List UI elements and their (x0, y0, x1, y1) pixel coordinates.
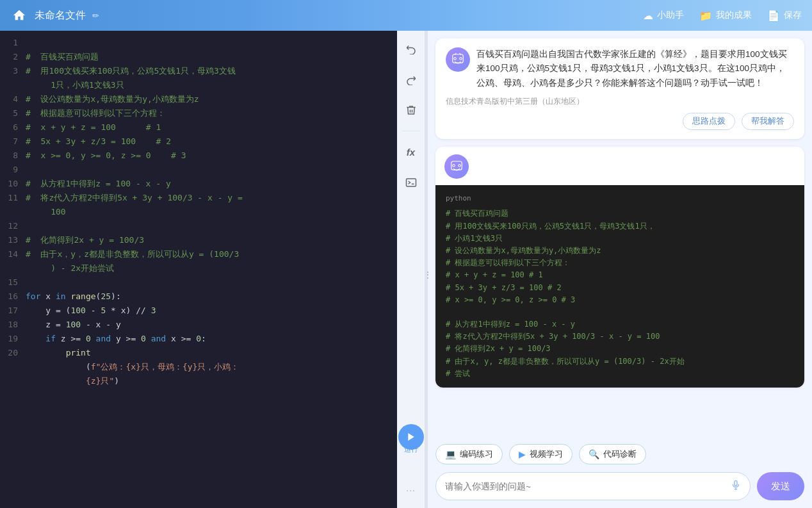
chat-text-1: 百钱买百鸡问题出自我国古代数学家张丘建的《算经》，题目要求用100文钱买来100… (476, 47, 794, 90)
video-tab[interactable]: ▶ 视频学习 (509, 444, 572, 464)
diagnosis-label: 代码诊断 (603, 448, 637, 460)
avatar-1 (446, 47, 470, 72)
diagnosis-tab[interactable]: 🔍 代码诊断 (579, 444, 646, 464)
diagnosis-icon: 🔍 (589, 449, 599, 459)
code-line: y = (100 - 5 * x) // 3 (26, 304, 397, 318)
svg-point-6 (460, 58, 461, 59)
chat-source: 信息技术青岛版初中第三册（山东地区） (446, 97, 794, 106)
code-container: 12345 67891011 12131415 1617181920 # 百钱买… (0, 31, 397, 508)
avatar-2 (444, 154, 469, 179)
chat-input-wrap (435, 472, 751, 500)
delete-button[interactable] (401, 100, 421, 120)
code-response-block: python # 百钱买百鸡问题 # 用100文钱买来100只鸡，公鸡5文钱1只… (435, 185, 804, 388)
code-line (26, 219, 397, 233)
code-line: # x >= 0, y >= 0, z >= 0 # 3 (26, 149, 397, 163)
chat-bubble-1: 百钱买百鸡问题出自我国古代数学家张丘建的《算经》，题目要求用100文钱买来100… (435, 38, 804, 139)
svg-marker-1 (408, 433, 414, 441)
code-line: 100 (26, 205, 397, 219)
code-line: # 由于x，y，z都是非负整数，所以可以从y = (100/3 (26, 247, 397, 261)
code-line: (f"公鸡：{x}只，母鸡：{y}只，小鸡： (26, 360, 397, 374)
edit-icon[interactable]: ✏ (92, 11, 99, 20)
code-line (26, 163, 397, 177)
video-icon: ▶ (519, 449, 526, 459)
right-panel: 百钱买百鸡问题出自我国古代数学家张丘建的《算经》，题目要求用100文钱买来100… (428, 31, 812, 508)
svg-point-12 (453, 165, 454, 166)
editor-area: 12345 67891011 12131415 1617181920 # 百钱买… (0, 31, 397, 508)
code-line: # 根据题意可以得到以下三个方程： (26, 106, 397, 120)
svg-rect-15 (735, 480, 737, 486)
code-line: # 设公鸡数量为x,母鸡数量为y,小鸡数量为z (26, 92, 397, 106)
terminal-button[interactable] (401, 172, 421, 193)
save-button[interactable]: 📄 保存 (767, 10, 802, 22)
input-area: 发送 (428, 468, 812, 508)
svg-rect-0 (406, 179, 416, 186)
code-line (26, 275, 397, 290)
chat-bubble-2: python # 百钱买百鸡问题 # 用100文钱买来100只鸡，公鸡5文钱1只… (435, 147, 804, 388)
code-line: print (26, 346, 397, 360)
mic-icon[interactable] (731, 479, 741, 493)
code-editor[interactable]: # 百钱买百鸡问题 # 用100文钱买来100只鸡，公鸡5文钱1只，母鸡3文钱 … (23, 31, 397, 508)
redo-button[interactable] (401, 69, 421, 90)
coding-tab[interactable]: 💻 编码练习 (435, 444, 503, 464)
more-button[interactable]: ··· (401, 480, 421, 500)
formula-button[interactable]: fx (401, 142, 421, 162)
code-lang-tag: python (446, 193, 794, 204)
chat-area: 百钱买百鸡问题出自我国古代数学家张丘建的《算经》，题目要求用100文钱买来100… (428, 31, 812, 438)
code-line: # 将z代入方程2中得到5x + 3y + 100/3 - x - y = (26, 191, 397, 205)
line-numbers: 12345 67891011 12131415 1617181920 (0, 31, 23, 508)
code-line: # 化简得到2x + y = 100/3 (26, 233, 397, 247)
results-button[interactable]: 📁 我的成果 (699, 10, 752, 22)
chat-header-2 (435, 147, 804, 179)
chat-actions: 思路点拨 帮我解答 (446, 113, 794, 130)
undo-button[interactable] (401, 38, 421, 59)
chat-input[interactable] (445, 482, 731, 491)
home-icon[interactable] (10, 6, 28, 24)
code-line: {z}只") (26, 374, 397, 388)
coding-icon: 💻 (445, 449, 456, 459)
results-icon: 📁 (699, 10, 712, 22)
solve-button[interactable]: 帮我解答 (742, 113, 794, 130)
code-line (26, 36, 397, 50)
code-line: # 5x + 3y + z/3 = 100 # 2 (26, 135, 397, 149)
bottom-tabs: 💻 编码练习 ▶ 视频学习 🔍 代码诊断 (428, 438, 812, 468)
hint-button[interactable]: 思路点拨 (683, 113, 735, 130)
toolbar: fx 运行 ··· (397, 31, 425, 508)
assistant-icon: ☁ (643, 10, 653, 22)
code-line: ) - 2x开始尝试 (26, 261, 397, 275)
toolbar-divider (402, 131, 420, 131)
code-line: # 百钱买百鸡问题 (26, 50, 397, 64)
video-label: 视频学习 (530, 448, 563, 460)
header-right: ☁ 小助手 📁 我的成果 📄 保存 (643, 10, 802, 22)
save-icon: 📄 (767, 10, 780, 22)
code-line (26, 388, 397, 402)
header-left: 未命名文件 ✏ (10, 6, 99, 24)
resize-handle[interactable] (425, 31, 428, 508)
coding-label: 编码练习 (460, 448, 493, 460)
code-line: # 从方程1中得到z = 100 - x - y (26, 177, 397, 191)
header: 未命名文件 ✏ ☁ 小助手 📁 我的成果 📄 保存 (0, 0, 812, 31)
run-button-wrap[interactable]: 运行 (398, 424, 424, 454)
code-line: z = 100 - x - y (26, 318, 397, 332)
code-line: 1只，小鸡1文钱3只 (26, 78, 397, 92)
file-title: 未命名文件 (35, 9, 86, 22)
code-line: for x in range(25): (26, 290, 397, 304)
svg-point-13 (459, 165, 460, 166)
code-line: # 用100文钱买来100只鸡，公鸡5文钱1只，母鸡3文钱 (26, 64, 397, 78)
main-layout: 12345 67891011 12131415 1617181920 # 百钱买… (0, 31, 812, 508)
svg-point-5 (454, 58, 455, 59)
code-line: # x + y + z = 100 # 1 (26, 120, 397, 135)
send-button[interactable]: 发送 (757, 472, 804, 500)
assistant-button[interactable]: ☁ 小助手 (643, 10, 684, 22)
code-line: if z >= 0 and y >= 0 and x >= 0: (26, 332, 397, 346)
run-label: 运行 (404, 445, 418, 454)
chat-header-1: 百钱买百鸡问题出自我国古代数学家张丘建的《算经》，题目要求用100文钱买来100… (446, 47, 794, 90)
